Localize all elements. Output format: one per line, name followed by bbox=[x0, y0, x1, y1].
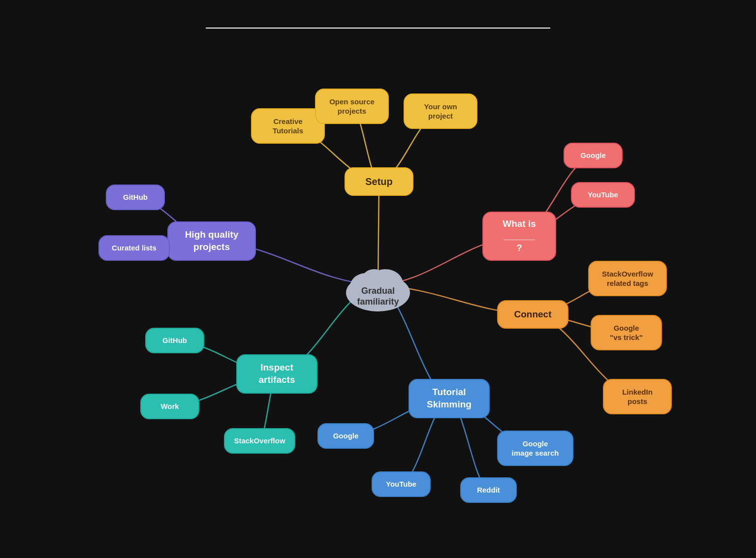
node-youtube_ts[interactable]: YouTube bbox=[372, 471, 431, 497]
node-google_ts[interactable]: Google bbox=[317, 423, 374, 449]
node-github_hq[interactable]: GitHub bbox=[106, 185, 165, 210]
node-connect[interactable]: Connect bbox=[497, 300, 568, 329]
node-setup[interactable]: Setup bbox=[345, 167, 413, 196]
center-node[interactable]: Gradual familiarity bbox=[339, 258, 417, 314]
node-inspect[interactable]: Inspect artifacts bbox=[236, 354, 317, 394]
node-linkedin[interactable]: LinkedIn posts bbox=[603, 379, 672, 414]
node-stackoverflow_ia[interactable]: StackOverflow bbox=[224, 428, 295, 454]
node-reddit[interactable]: Reddit bbox=[460, 477, 517, 503]
node-google_wi[interactable]: Google bbox=[564, 143, 623, 168]
svg-text:Gradual: Gradual bbox=[361, 286, 395, 296]
node-google_vs[interactable]: Google "vs trick" bbox=[591, 315, 662, 350]
node-stackoverflow_c[interactable]: StackOverflow related tags bbox=[588, 261, 667, 296]
node-work[interactable]: Work bbox=[140, 394, 199, 419]
node-curated_lists[interactable]: Curated lists bbox=[98, 235, 170, 261]
node-your_own_project[interactable]: Your own project bbox=[404, 93, 477, 129]
svg-text:familiarity: familiarity bbox=[357, 297, 399, 307]
node-github_ia[interactable]: GitHub bbox=[145, 328, 204, 353]
node-high_quality[interactable]: High quality projects bbox=[167, 221, 256, 261]
node-google_img[interactable]: Google image search bbox=[497, 431, 573, 466]
node-what_is[interactable]: What is ______ ? bbox=[482, 212, 556, 261]
node-tutorial_skim[interactable]: Tutorial Skimming bbox=[409, 379, 490, 418]
node-youtube_wi[interactable]: YouTube bbox=[571, 182, 635, 208]
node-creative_tutorials[interactable]: Creative Tutorials bbox=[251, 108, 325, 144]
node-open_source[interactable]: Open source projects bbox=[315, 89, 389, 124]
page-title bbox=[206, 24, 550, 29]
